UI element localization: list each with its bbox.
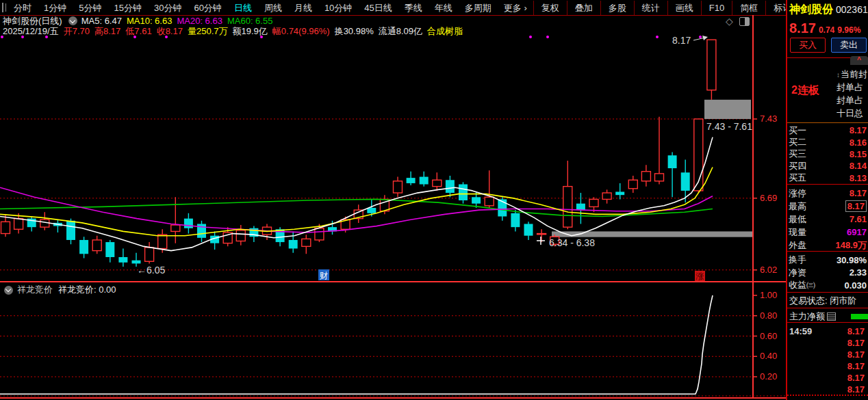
app-window: 分时1分钟5分钟15分钟30分钟60分钟日线周线月线10分钟45日线季线年线多周… bbox=[0, 0, 868, 400]
price-change-pct: 9.96% bbox=[837, 25, 860, 35]
chart-header-line2: 2025/12/19/五开7.70高8.17低7.61收8.17量250.7万额… bbox=[3, 26, 468, 36]
trade-row: 8.17 bbox=[789, 337, 866, 349]
list-icon[interactable] bbox=[827, 312, 836, 321]
price-block: 8.170.749.96% bbox=[789, 21, 860, 36]
panel-row: 换手30.98% bbox=[789, 254, 867, 267]
divider bbox=[787, 184, 868, 185]
seal-info-row: 十日总 bbox=[837, 107, 868, 120]
sub-chart-area: 1.000.800.600.400.20 祥龙竞价 祥龙竞价: 0.00 bbox=[0, 281, 786, 400]
diamond-icon[interactable]: ◇ bbox=[726, 16, 733, 27]
header-value: 量250.7万 bbox=[188, 25, 228, 38]
svg-text:0.80: 0.80 bbox=[760, 310, 777, 321]
stock-code: 002361 bbox=[836, 4, 868, 15]
sell-button[interactable]: 卖出 bbox=[831, 38, 867, 53]
tool-item-3[interactable]: 统计 bbox=[634, 1, 667, 15]
menu-item-2[interactable]: 5分钟 bbox=[73, 1, 107, 15]
menu-item-1[interactable]: 1分钟 bbox=[38, 1, 73, 15]
svg-text:涨: 涨 bbox=[695, 271, 704, 281]
svg-text:0.60: 0.60 bbox=[760, 331, 777, 341]
header-value: 收8.17 bbox=[157, 25, 183, 38]
panel-row: 涨停8.17 bbox=[789, 187, 867, 200]
indicator-value: 祥龙竞价: 0.00 bbox=[58, 284, 116, 296]
menu-item-6[interactable]: 日线 bbox=[228, 1, 258, 15]
svg-text:7.43 - 7.61: 7.43 - 7.61 bbox=[706, 121, 752, 132]
header-value: 换30.98% bbox=[335, 25, 374, 38]
tool-item-6[interactable]: 简框 bbox=[732, 1, 765, 15]
menu-item-3[interactable]: 15分钟 bbox=[107, 1, 147, 15]
panel-row: 净资2.33 bbox=[789, 267, 867, 280]
tool-item-4[interactable]: 画线 bbox=[667, 1, 701, 15]
divider bbox=[787, 251, 868, 252]
trade-row: 8.17 bbox=[789, 360, 866, 372]
buy-button[interactable]: 买入 bbox=[790, 38, 826, 53]
svg-text:财: 财 bbox=[320, 271, 328, 280]
svg-text:6.34 - 6.38: 6.34 - 6.38 bbox=[549, 237, 595, 248]
stock-title: 神剑股份002361 bbox=[789, 3, 868, 17]
panel-row: 买二8.16 bbox=[789, 136, 867, 148]
collapse-tab[interactable]: ^ bbox=[850, 56, 868, 65]
trade-tick-list: 14:598.178.178.178.178.178.17 bbox=[789, 325, 866, 395]
divider bbox=[787, 122, 868, 123]
divider bbox=[787, 292, 868, 293]
header-value: 2025/12/19/五 bbox=[3, 25, 59, 38]
menu-item-11[interactable]: 季线 bbox=[398, 1, 429, 15]
menu-item-7[interactable]: 周线 bbox=[258, 1, 288, 15]
indicator-name: 祥龙竞价 bbox=[17, 284, 53, 296]
header-value: 高8.17 bbox=[94, 25, 120, 38]
indicator-chart: 1.000.800.600.400.20 bbox=[0, 281, 786, 400]
divider bbox=[787, 308, 868, 308]
menu-item-10[interactable]: 45日线 bbox=[358, 1, 398, 15]
panel-row: 收益㈢0.030 bbox=[789, 279, 867, 292]
menu-item-12[interactable]: 年线 bbox=[429, 1, 459, 15]
candlestick-chart: 7.436.696.028.177.43 - 7.616.34 - 6.38←6… bbox=[0, 15, 786, 281]
stat-list-2: 换手30.98%净资2.33收益㈢0.030 bbox=[789, 254, 867, 292]
tool-item-2[interactable]: 多股 bbox=[600, 1, 634, 15]
trading-status: 交易状态: 闭市阶 bbox=[789, 295, 868, 307]
menu-item-0[interactable]: 分时 bbox=[8, 1, 38, 15]
trade-row: 8.17 bbox=[789, 372, 866, 384]
svg-text:6.02: 6.02 bbox=[760, 265, 777, 275]
panel-row: 买三8.15 bbox=[789, 148, 867, 160]
period-menu: 分时1分钟5分钟15分钟30分钟60分钟日线周线月线10分钟45日线季线年线多周… bbox=[8, 1, 533, 15]
tool-item-1[interactable]: 叠加 bbox=[567, 1, 600, 15]
sub-chart-header: 祥龙竞价 祥龙竞价: 0.00 bbox=[3, 284, 116, 296]
svg-text:0.40: 0.40 bbox=[760, 351, 777, 361]
panel-row: 最高8.17 bbox=[789, 200, 867, 213]
chevron-down-icon[interactable] bbox=[68, 16, 77, 25]
menu-item-4[interactable]: 30分钟 bbox=[148, 1, 188, 15]
header-value: 合成树脂 bbox=[427, 25, 463, 38]
panel-row: 买五8.13 bbox=[789, 172, 867, 184]
header-value: 幅0.74(9.96%) bbox=[272, 25, 330, 38]
menu-item-5[interactable]: 60分钟 bbox=[188, 1, 227, 15]
svg-text:1.00: 1.00 bbox=[760, 290, 777, 300]
trade-row: 8.17 bbox=[789, 384, 866, 395]
window-split-icon[interactable] bbox=[2, 3, 3, 12]
panel-row: 现量6917 bbox=[789, 226, 867, 239]
seal-info-row: 封单占 bbox=[837, 81, 868, 94]
chevron-down-icon[interactable] bbox=[4, 286, 13, 295]
last-price: 8.17 bbox=[789, 21, 816, 36]
price-change: 0.74 bbox=[819, 25, 834, 35]
tool-item-0[interactable]: 复权 bbox=[533, 1, 567, 15]
trade-row: 8.17 bbox=[789, 349, 866, 360]
quote-panel: 神剑股份002361 8.170.749.96% 买入 卖出 ^ 2连板 ↕当前… bbox=[786, 0, 868, 400]
main-net-flow: 主力净额 bbox=[789, 310, 868, 323]
bid-list: 买一8.17买二8.16买三8.15买四8.14买五8.13 bbox=[789, 124, 867, 184]
tool-item-5[interactable]: F10 bbox=[701, 1, 732, 15]
seal-info-row: 封单占 bbox=[837, 94, 868, 107]
main-chart-area: 7.436.696.028.177.43 - 7.616.34 - 6.38←6… bbox=[0, 15, 786, 281]
net-flow-bar bbox=[851, 314, 868, 319]
divider bbox=[787, 322, 868, 323]
panel-row: 买四8.14 bbox=[789, 160, 867, 172]
split-window-icon[interactable] bbox=[739, 17, 750, 26]
menu-item-9[interactable]: 10分钟 bbox=[318, 1, 358, 15]
trade-row: 14:598.17 bbox=[789, 325, 866, 337]
menu-item-8[interactable]: 月线 bbox=[288, 1, 318, 15]
menu-item-14[interactable]: 更多 › bbox=[498, 1, 533, 15]
menu-item-13[interactable]: 多周期 bbox=[459, 1, 498, 15]
panel-row: 最低7.61 bbox=[789, 213, 867, 226]
trade-buttons: 买入 卖出 bbox=[790, 38, 867, 53]
flow-label: 主力净额 bbox=[789, 310, 825, 323]
seal-info-list: ↕当前封封单占封单占十日总 bbox=[837, 68, 868, 120]
header-value: 流通8.09亿 bbox=[379, 25, 422, 38]
